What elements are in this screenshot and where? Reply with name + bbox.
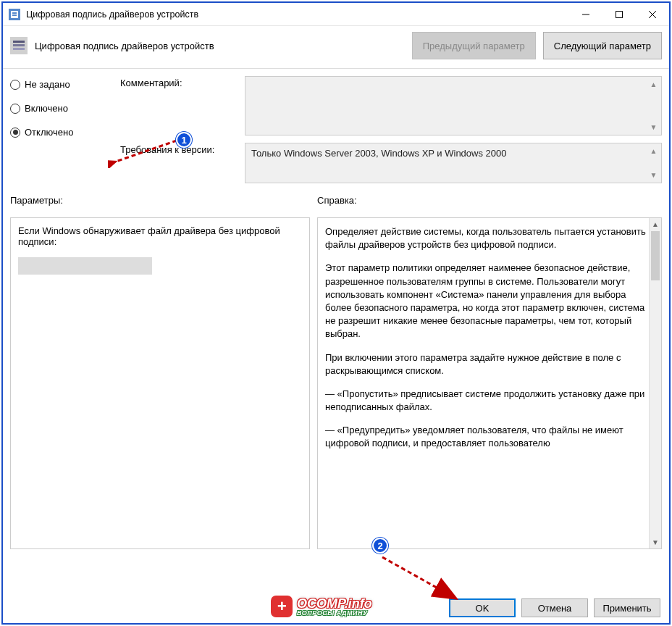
scroll-down-icon[interactable]: ▼ — [650, 536, 661, 548]
apply-button[interactable]: Применить — [594, 598, 660, 617]
supported-on-text: Только Windows Server 2003, Windows XP и… — [251, 148, 507, 159]
scrollbar-thumb[interactable] — [651, 231, 660, 280]
radio-icon — [10, 104, 20, 114]
radio-icon — [10, 128, 20, 138]
radio-label: Не задано — [25, 79, 70, 90]
cancel-button[interactable]: Отмена — [521, 598, 588, 617]
options-panel: Если Windows обнаруживает файл драйвера … — [10, 217, 310, 549]
help-paragraph: — «Пропустить» предписывает системе прод… — [325, 388, 647, 414]
scroll-up-icon[interactable]: ▲ — [650, 218, 661, 230]
minimize-button[interactable] — [569, 3, 602, 26]
radio-disabled[interactable]: Отключено — [10, 127, 113, 138]
svg-rect-2 — [12, 12, 17, 14]
options-label: Параметры: — [10, 195, 310, 206]
site-watermark: + OCOMP.info ВОПРОСЫ АДМИНУ — [271, 596, 372, 617]
previous-setting-button: Предыдущий параметр — [412, 32, 536, 59]
svg-line-15 — [382, 557, 455, 598]
policy-icon — [10, 37, 28, 54]
radio-icon — [10, 80, 20, 90]
scroll-up-icon[interactable]: ▲ — [647, 78, 660, 91]
radio-enabled[interactable]: Включено — [10, 103, 113, 114]
titlebar: Цифровая подпись драйверов устройств — [3, 3, 669, 26]
annotation-badge-1: 1 — [176, 132, 192, 148]
help-label: Справка: — [317, 195, 662, 206]
supported-on-box: Только Windows Server 2003, Windows XP и… — [245, 143, 662, 183]
dialog-button-bar: OK Отмена Применить — [449, 598, 660, 617]
watermark-subtitle: ВОПРОСЫ АДМИНУ — [297, 610, 372, 617]
state-radio-group: Не задано Включено Отключено — [10, 76, 113, 191]
scroll-down-icon[interactable]: ▼ — [647, 121, 660, 133]
policy-title: Цифровая подпись драйверов устройств — [35, 41, 405, 51]
help-scrollbar[interactable]: ▲ ▼ — [649, 218, 661, 548]
help-panel: Определяет действие системы, когда польз… — [317, 217, 662, 549]
help-paragraph: Этот параметр политики определяет наимен… — [325, 262, 647, 341]
next-setting-button[interactable]: Следующий параметр — [543, 32, 662, 59]
scroll-down-icon[interactable]: ▼ — [647, 169, 660, 181]
plus-icon: + — [271, 596, 293, 617]
help-paragraph: — «Предупредить» уведомляет пользователя… — [325, 424, 647, 450]
radio-label: Включено — [25, 103, 68, 114]
svg-rect-9 — [13, 41, 25, 43]
header-row: Цифровая подпись драйверов устройств Пре… — [3, 26, 669, 69]
annotation-badge-2: 2 — [372, 538, 388, 554]
svg-rect-10 — [13, 44, 25, 46]
maximize-button[interactable] — [602, 3, 636, 26]
option-description: Если Windows обнаруживает файл драйвера … — [18, 225, 302, 247]
scroll-up-icon[interactable]: ▲ — [647, 145, 660, 157]
help-paragraph: При включении этого параметра задайте ну… — [325, 351, 647, 377]
comment-textarea[interactable]: ▲ ▼ — [245, 76, 662, 135]
window-title: Цифровая подпись драйверов устройств — [26, 9, 569, 20]
svg-line-13 — [114, 141, 177, 162]
watermark-title: OCOMP.info — [297, 597, 372, 610]
window-icon — [9, 9, 20, 20]
help-paragraph: Определяет действие системы, когда польз… — [325, 225, 647, 251]
radio-label: Отключено — [25, 127, 73, 138]
svg-rect-3 — [12, 14, 17, 16]
annotation-arrow-2 — [377, 551, 471, 609]
svg-rect-5 — [616, 11, 623, 17]
radio-not-configured[interactable]: Не задано — [10, 79, 113, 90]
window-controls — [569, 3, 669, 26]
comment-label: Комментарий: — [120, 76, 245, 88]
svg-rect-11 — [13, 48, 25, 50]
option-dropdown[interactable] — [18, 257, 152, 275]
close-button[interactable] — [636, 3, 669, 26]
